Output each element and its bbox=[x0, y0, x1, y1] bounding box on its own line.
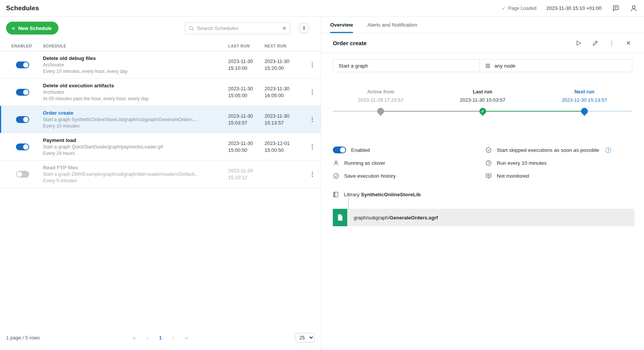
schedule-subtitle: Archivator bbox=[43, 89, 228, 96]
graph-file-row[interactable]: graph/subgraph/GenerateOrders.sgrf bbox=[333, 209, 635, 226]
schedule-subtitle: Start a graph DWHExample/graph/subgraph/… bbox=[43, 171, 228, 178]
col-schedule: SCHEDULE bbox=[43, 44, 228, 48]
detail-enabled-toggle[interactable] bbox=[333, 147, 346, 153]
col-next-run: NEXT RUN bbox=[265, 44, 304, 48]
detail-header: Order create ⋮ ✕ bbox=[321, 33, 644, 53]
schedule-title: Delete old debug files bbox=[43, 55, 228, 62]
run-now-icon[interactable] bbox=[575, 39, 582, 47]
tab-overview[interactable]: Overview bbox=[330, 17, 353, 33]
page-size-select[interactable]: 25 bbox=[296, 333, 315, 342]
edit-icon[interactable] bbox=[591, 39, 599, 47]
node-select[interactable]: any node bbox=[480, 60, 632, 72]
first-page-icon[interactable]: « bbox=[133, 335, 136, 341]
next-run-pin-icon bbox=[581, 108, 588, 115]
node-value: any node bbox=[494, 63, 516, 69]
next-page-icon[interactable]: › bbox=[172, 335, 174, 341]
row-menu-icon[interactable]: ⋮ bbox=[304, 143, 321, 150]
last-run-cell: 2023-11-3015:05:00 bbox=[228, 85, 265, 99]
table-row[interactable]: Delete old debug files Archivator Every … bbox=[0, 51, 321, 79]
tab-alerts-notification[interactable]: Alerts and Notification bbox=[367, 17, 417, 33]
table-row[interactable]: Order create Start a graph SyntheticOnli… bbox=[0, 106, 321, 133]
current-page[interactable]: 1 bbox=[159, 335, 162, 341]
table-row[interactable]: Delete old execution artifacts Archivato… bbox=[0, 79, 321, 106]
plus-icon: + bbox=[11, 25, 15, 32]
schedule-title: Delete old execution artifacts bbox=[43, 82, 228, 89]
library-name: SyntheticOnlineStoreLib bbox=[361, 192, 421, 197]
schedule-recurrence: Every 10 minutes, every hour, every day bbox=[43, 68, 228, 75]
last-page-icon[interactable]: » bbox=[185, 335, 188, 341]
schedule-subtitle: Start a graph QuickStartGuide/graph/paym… bbox=[43, 144, 228, 150]
table-row[interactable]: Read FTP files Start a graph DWHExample/… bbox=[0, 161, 321, 188]
graph-file-icon bbox=[333, 209, 347, 226]
new-schedule-label: New Schedule bbox=[18, 25, 52, 31]
search-input[interactable] bbox=[197, 25, 280, 31]
schedule-type-bar: Start a graph any node bbox=[333, 59, 632, 72]
timeline-segment bbox=[333, 111, 381, 112]
page-loaded-status: ✓ Page Loaded bbox=[502, 6, 536, 11]
timeline-segment bbox=[584, 111, 632, 112]
schedule-title: Payment load bbox=[43, 137, 228, 144]
properties-right-column: Start skipped executions as soon as poss… bbox=[485, 143, 632, 182]
last-run-cell: 2023-11-3015:10:00 bbox=[228, 58, 265, 72]
detail-actions: ⋮ ✕ bbox=[575, 39, 632, 47]
check-circle-icon bbox=[485, 147, 492, 153]
top-bar: Schedules ✓ Page Loaded 2023-11-30 15:10… bbox=[0, 0, 644, 17]
close-detail-icon[interactable]: ✕ bbox=[625, 39, 632, 47]
enabled-toggle[interactable] bbox=[16, 61, 29, 68]
more-actions-icon[interactable]: ⋮ bbox=[608, 39, 616, 47]
library-file-connector bbox=[348, 198, 349, 209]
row-menu-icon[interactable]: ⋮ bbox=[304, 61, 321, 68]
row-menu-icon[interactable]: ⋮ bbox=[304, 88, 321, 96]
last-run-cell: 2023-11-3015:10:12 bbox=[228, 167, 265, 181]
info-icon[interactable]: i bbox=[605, 147, 611, 153]
timeline-next-run[interactable]: Next run 2023-11-30 15:13:57 bbox=[539, 89, 630, 103]
user-small-icon bbox=[333, 160, 339, 166]
table-header: ENABLED SCHEDULE LAST RUN NEXT RUN bbox=[0, 41, 321, 51]
header-timestamp: 2023-11-30 15:10 +01:00 bbox=[546, 5, 601, 11]
timeline-last-run: Last run 2023-11-30 15:03:57 bbox=[437, 89, 528, 103]
graph-file-path: graph/subgraph/GenerateOrders.sgrf bbox=[354, 215, 438, 221]
row-menu-icon[interactable]: ⋮ bbox=[304, 116, 321, 123]
user-icon[interactable] bbox=[630, 4, 638, 13]
enabled-toggle[interactable] bbox=[16, 116, 29, 123]
enabled-toggle[interactable] bbox=[16, 143, 29, 150]
table-row[interactable]: Payment load Start a graph QuickStartGui… bbox=[0, 133, 321, 161]
schedule-title: Read FTP files bbox=[43, 164, 228, 171]
run-every-property: Run every 10 minutes bbox=[485, 156, 632, 169]
last-run-success-pin-icon: ✓ bbox=[479, 108, 486, 115]
schedule-recurrence: At 05 minutes past the hour, every hour,… bbox=[43, 96, 228, 102]
topbar-right: ✓ Page Loaded 2023-11-30 15:10 +01:00 bbox=[502, 4, 638, 13]
schedule-type-select[interactable]: Start a graph bbox=[333, 60, 480, 72]
library-label: Library bbox=[344, 192, 359, 197]
clear-search-icon[interactable]: ✕ bbox=[282, 25, 287, 31]
alerts-indicator-button[interactable]: ! bbox=[299, 23, 309, 33]
row-menu-icon[interactable]: ⋮ bbox=[304, 170, 321, 178]
detail-tabs: Overview Alerts and Notification bbox=[321, 17, 644, 33]
timeline-active-from: Active from 2023-11-29 17:23:57 bbox=[335, 89, 426, 103]
schedule-title: Order create bbox=[43, 109, 228, 117]
enabled-property: Enabled bbox=[333, 143, 485, 156]
page-title: Schedules bbox=[6, 5, 39, 12]
properties-left-column: Enabled Running as clover Save execution… bbox=[333, 143, 485, 182]
enabled-toggle[interactable] bbox=[16, 89, 29, 96]
pagination-bar: 1 page / 5 rows « ‹ 1 › » 25 bbox=[0, 328, 321, 350]
last-run-cell: 2023-11-3015:03:57 bbox=[228, 113, 265, 126]
detail-title: Order create bbox=[333, 40, 367, 46]
save-history-property: Save execution history bbox=[333, 169, 485, 182]
check-icon: ✓ bbox=[502, 6, 505, 11]
new-schedule-button[interactable]: + New Schedule bbox=[6, 22, 58, 35]
library-book-icon bbox=[333, 191, 339, 198]
prev-page-icon[interactable]: ‹ bbox=[146, 335, 148, 341]
clock-icon bbox=[485, 160, 492, 166]
pager: « ‹ 1 › » bbox=[133, 335, 188, 341]
active-from-pin-icon bbox=[377, 108, 384, 115]
col-enabled: ENABLED bbox=[6, 44, 43, 48]
schedule-subtitle: Archivator bbox=[43, 62, 228, 68]
schedules-list-panel: + New Schedule ✕ ! ENABLED SCHEDULE LAST… bbox=[0, 17, 321, 350]
timeline-segment bbox=[483, 111, 584, 112]
schedule-type-value: Start a graph bbox=[339, 63, 368, 69]
next-run-cell: 2023-11-3015:13:57 bbox=[265, 113, 304, 126]
timeline-segment bbox=[381, 111, 482, 112]
enabled-toggle[interactable] bbox=[16, 171, 29, 178]
feedback-icon[interactable] bbox=[611, 4, 620, 13]
